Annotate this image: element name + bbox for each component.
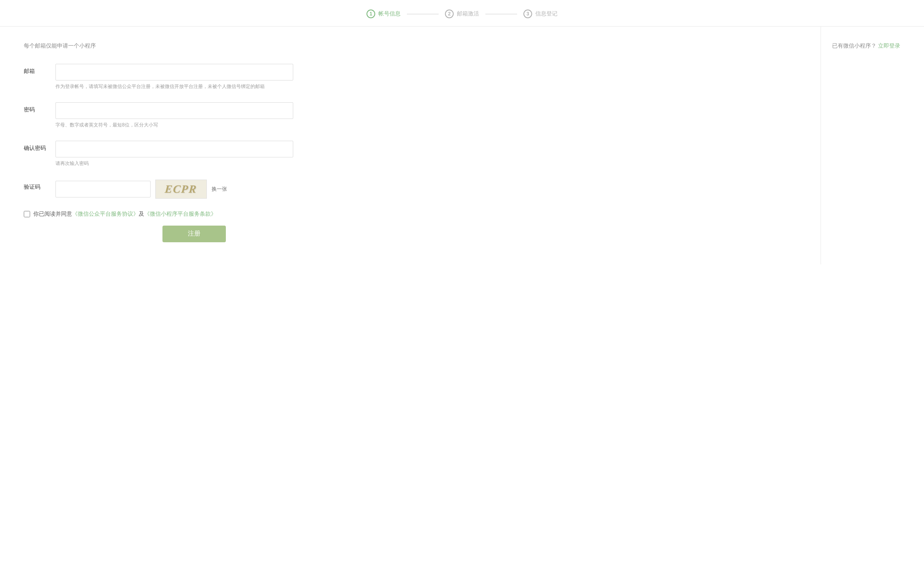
captcha-input[interactable]	[55, 181, 151, 197]
captcha-label: 验证码	[24, 180, 55, 191]
confirm-password-input[interactable]	[55, 141, 293, 157]
right-login-prompt: 已有微信小程序？ 立即登录	[832, 42, 900, 50]
agreement-row: 你已阅读并同意《微信公众平台服务协议》及《微信小程序平台服务条款》	[24, 211, 365, 218]
password-field-wrapper: 字母、数字或者英文符号，最短8位，区分大小写	[55, 102, 293, 129]
confirm-password-hint: 请再次输入密码	[55, 160, 293, 167]
captcha-refresh-button[interactable]: 换一张	[212, 186, 227, 193]
step-3-circle: 3	[523, 10, 532, 18]
confirm-password-row: 确认密码 请再次输入密码	[24, 141, 365, 167]
step-separator-2	[485, 14, 517, 14]
agreement-text: 你已阅读并同意《微信公众平台服务协议》及《微信小程序平台服务条款》	[33, 211, 216, 218]
email-label: 邮箱	[24, 64, 55, 75]
password-label: 密码	[24, 102, 55, 113]
vertical-separator	[821, 27, 821, 264]
login-link[interactable]: 立即登录	[878, 42, 900, 49]
register-button[interactable]: 注册	[162, 226, 226, 242]
step-1: 1 帐号信息	[367, 10, 401, 18]
step-2: 2 邮箱激活	[445, 10, 479, 18]
step-2-label: 邮箱激活	[457, 10, 479, 17]
step-1-circle: 1	[367, 10, 375, 18]
agreement-text-before: 你已阅读并同意	[33, 211, 72, 217]
steps-header: 1 帐号信息 2 邮箱激活 3 信息登记	[0, 0, 924, 27]
password-input[interactable]	[55, 102, 293, 119]
email-row: 邮箱 作为登录帐号，请填写未被微信公众平台注册，未被微信开放平台注册，未被个人微…	[24, 64, 365, 90]
login-prompt-text: 已有微信小程序？	[832, 42, 876, 49]
agreement-text-middle: 及	[139, 211, 144, 217]
confirm-password-field-wrapper: 请再次输入密码	[55, 141, 293, 167]
captcha-text: ECPR	[164, 183, 198, 195]
register-btn-wrapper: 注册	[24, 226, 365, 242]
agreement-link-2[interactable]: 《微信小程序平台服务条款》	[144, 211, 216, 217]
agreement-checkbox[interactable]	[24, 211, 30, 217]
password-row: 密码 字母、数字或者英文符号，最短8位，区分大小写	[24, 102, 365, 129]
step-3-label: 信息登记	[535, 10, 557, 17]
password-hint: 字母、数字或者英文符号，最短8位，区分大小写	[55, 121, 293, 129]
captcha-row: 验证码 ECPR 换一张	[24, 180, 365, 199]
confirm-password-label: 确认密码	[24, 141, 55, 152]
captcha-image: ECPR	[155, 180, 207, 199]
agreement-link-1[interactable]: 《微信公众平台服务协议》	[72, 211, 139, 217]
captcha-field-wrapper: ECPR 换一张	[55, 180, 293, 199]
step-3: 3 信息登记	[523, 10, 557, 18]
form-area: 每个邮箱仅能申请一个小程序 邮箱 作为登录帐号，请填写未被微信公众平台注册，未被…	[24, 27, 365, 258]
step-separator-1	[407, 14, 439, 14]
step-2-circle: 2	[445, 10, 454, 18]
step-1-label: 帐号信息	[378, 10, 401, 17]
email-field-wrapper: 作为登录帐号，请填写未被微信公众平台注册，未被微信开放平台注册，未被个人微信号绑…	[55, 64, 293, 90]
email-input[interactable]	[55, 64, 293, 80]
email-hint: 作为登录帐号，请填写未被微信公众平台注册，未被微信开放平台注册，未被个人微信号绑…	[55, 83, 293, 90]
notice-text: 每个邮箱仅能申请一个小程序	[24, 42, 365, 50]
captcha-input-wrapper: ECPR 换一张	[55, 180, 293, 199]
page-body: 每个邮箱仅能申请一个小程序 邮箱 作为登录帐号，请填写未被微信公众平台注册，未被…	[0, 27, 924, 258]
